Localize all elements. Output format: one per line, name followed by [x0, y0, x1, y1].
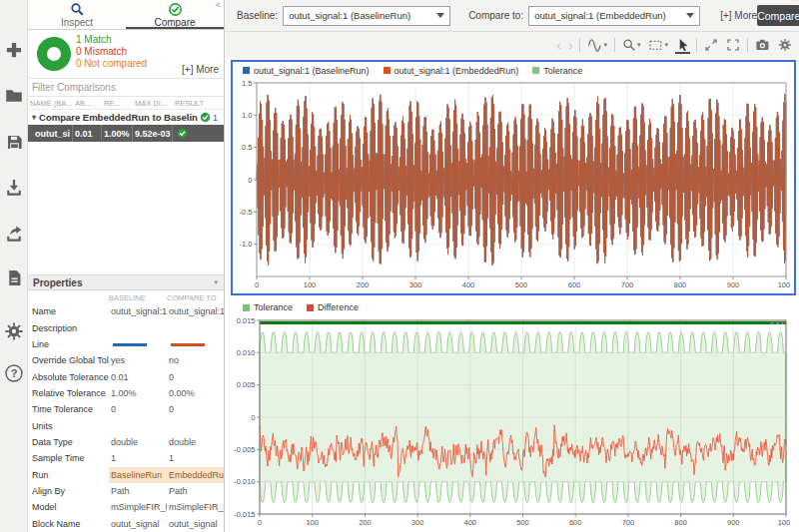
- toolbar-separator: [614, 38, 615, 52]
- comparison-table: NAME (BA...AB...RE...MAX DI...RESULT ▾ C…: [28, 97, 224, 142]
- legend-label: outut_signal:1 (BaselineRun): [254, 66, 370, 76]
- property-row: RunBaselineRunEmbeddedRun: [28, 467, 224, 483]
- svg-text:?: ?: [11, 367, 18, 379]
- pointer-button[interactable]: [675, 36, 690, 54]
- prev-view-button[interactable]: ‹: [555, 34, 561, 56]
- signals-chart[interactable]: outut_signal:1 (BaselineRun)outut_signal…: [231, 60, 796, 295]
- property-compare-value: 0.00%: [167, 388, 224, 398]
- report-button[interactable]: [2, 266, 26, 289]
- add-icon: [4, 40, 24, 60]
- plot-settings-button[interactable]: [777, 36, 793, 54]
- properties-panel: Properties ▾ BASELINE COMPARE TO Nameout…: [28, 274, 224, 532]
- svg-text:-0.5: -0.5: [240, 208, 253, 217]
- legend-item: Difference: [307, 302, 359, 312]
- summary-donut: [37, 37, 71, 71]
- column-header: RE...: [104, 99, 135, 108]
- svg-text:0: 0: [255, 280, 259, 289]
- baseline-select[interactable]: outut_signal:1 (BaselineRun): [283, 6, 450, 26]
- summary-more-link[interactable]: [+] More: [182, 64, 219, 75]
- property-row: Line: [28, 336, 224, 352]
- corner-brackets-icon: [726, 38, 740, 52]
- region-select-button[interactable]: ▾: [647, 36, 669, 54]
- properties-header[interactable]: Properties ▾: [28, 274, 224, 290]
- property-baseline-value: double: [109, 437, 167, 447]
- property-row: Override Global Toleyesno: [28, 352, 224, 368]
- tab-compare[interactable]: Compare: [126, 0, 224, 29]
- legend-swatch: [307, 304, 314, 311]
- property-row: ModelmSimpleFIR_fxmSimpleFIR_fx: [28, 499, 224, 515]
- property-compare-value: 0: [167, 404, 224, 414]
- line-swatch: [113, 343, 147, 346]
- open-folder-button[interactable]: [2, 84, 26, 108]
- property-label: Absolute Tolerance: [32, 372, 109, 382]
- legend-label: Tolerance: [254, 302, 293, 312]
- sidebar-empty-area: [28, 142, 224, 274]
- property-baseline-value: yes: [109, 355, 167, 365]
- svg-text:-1.0: -1.0: [240, 240, 253, 249]
- legend-item: outut_signal:1 (EmbeddedRun): [384, 66, 519, 76]
- zoom-button[interactable]: ▾: [621, 36, 642, 54]
- properties-col-compareto: COMPARE TO: [167, 293, 224, 302]
- preferences-gear-button[interactable]: [2, 319, 26, 343]
- snapshot-button[interactable]: [754, 36, 771, 54]
- dropdown-arrow-icon: [686, 13, 694, 18]
- property-compare-value: Path: [167, 486, 224, 496]
- svg-text:900: 900: [727, 280, 740, 289]
- comparison-row-selected[interactable]: outut_si 0.01 1.00% 9.52e-03: [28, 125, 224, 142]
- tab-inspect-label: Inspect: [61, 17, 93, 28]
- legend-item: Tolerance: [243, 302, 293, 312]
- svg-text:0: 0: [251, 413, 255, 422]
- baseline-label: Baseline:: [237, 10, 278, 21]
- fit-to-view-button[interactable]: [703, 36, 719, 54]
- property-compare-value: 0: [167, 372, 224, 382]
- data-cursor-button[interactable]: ▾: [586, 36, 608, 54]
- property-label: Relative Tolerance: [32, 388, 109, 398]
- svg-text:-0.010: -0.010: [234, 477, 255, 486]
- next-view-button[interactable]: ›: [567, 34, 573, 56]
- add-button[interactable]: [2, 38, 26, 62]
- collapse-sidebar-icon[interactable]: <: [216, 0, 221, 10]
- difference-chart[interactable]: ToleranceDifference 01002003004005006007…: [231, 297, 796, 530]
- svg-text:300: 300: [411, 518, 424, 527]
- report-icon: [5, 268, 24, 287]
- help-button[interactable]: ?: [2, 361, 26, 385]
- property-baseline-value: 0: [109, 404, 167, 414]
- property-label: Align By: [32, 486, 109, 496]
- filter-comparisons-input[interactable]: [28, 79, 224, 97]
- compare-button[interactable]: Compare: [757, 5, 799, 26]
- property-row: Data Typedoubledouble: [28, 434, 224, 450]
- check-circle-icon: [168, 2, 183, 17]
- help-icon: ?: [4, 363, 24, 383]
- baseline-line-swatch: [109, 343, 167, 346]
- signals-chart-legend: outut_signal:1 (BaselineRun)outut_signal…: [233, 62, 794, 79]
- property-label: Units: [32, 421, 109, 431]
- svg-text:-0.015: -0.015: [234, 510, 255, 519]
- comparison-group-row[interactable]: ▾ Compare EmbeddedRun to Baselin 1: [28, 110, 224, 125]
- chevron-down-icon: ▾: [32, 113, 36, 122]
- import-button[interactable]: [2, 176, 26, 200]
- legend-swatch: [243, 67, 250, 74]
- check-badge-icon: [200, 112, 211, 123]
- gear-icon: [778, 38, 792, 52]
- property-label: Data Type: [32, 437, 109, 447]
- tab-inspect[interactable]: Inspect: [28, 0, 126, 29]
- svg-text:100: 100: [306, 518, 319, 527]
- svg-text:500: 500: [515, 280, 528, 289]
- svg-text:400: 400: [464, 518, 477, 527]
- main-area: Baseline: outut_signal:1 (BaselineRun) C…: [225, 0, 799, 532]
- compare-to-select[interactable]: outut_signal:1 (EmbeddedRun): [528, 6, 700, 26]
- property-row: Block Nameoutut_signaloutut_signal: [28, 516, 224, 532]
- property-row: Relative Tolerance1.00%0.00%: [28, 385, 224, 401]
- simulation-data-inspector: { "colors": { "selection_border": "#3c6e…: [0, 0, 799, 532]
- wave-icon: [587, 38, 602, 52]
- fullscreen-button[interactable]: [725, 36, 741, 54]
- property-baseline-value: outut_signal: [109, 519, 167, 529]
- save-button[interactable]: [2, 130, 26, 154]
- match-count: 1 Match: [76, 34, 112, 46]
- column-header: AB...: [75, 99, 104, 108]
- legend-swatch: [243, 304, 250, 311]
- topbar-more-link[interactable]: [+] More: [720, 10, 757, 21]
- legend-item: outut_signal:1 (BaselineRun): [243, 66, 370, 76]
- ellipsis-icon[interactable]: •••: [771, 319, 786, 327]
- export-button[interactable]: [2, 222, 26, 246]
